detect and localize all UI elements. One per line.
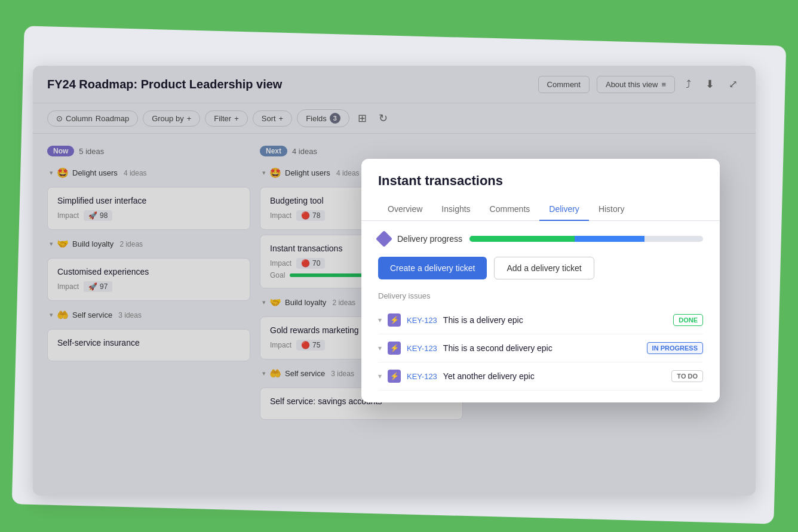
issue-row-2: ▾ ⚡ KEY-123 Yet another delivery epic TO…	[378, 362, 703, 390]
issue-title-1: This is a second delivery epic	[443, 343, 641, 353]
create-delivery-ticket-button[interactable]: Create a delivery ticket	[378, 257, 487, 279]
progress-bar-blue	[575, 236, 644, 242]
tab-insights[interactable]: Insights	[432, 198, 480, 221]
add-delivery-ticket-button[interactable]: Add a delivery ticket	[494, 257, 594, 279]
modal-body: Delivery progress Create a delivery tick…	[361, 221, 720, 402]
delivery-diamond-icon	[376, 230, 392, 247]
chevron-down-icon[interactable]: ▾	[378, 316, 382, 324]
tab-delivery[interactable]: Delivery	[539, 198, 589, 221]
action-buttons: Create a delivery ticket Add a delivery …	[378, 257, 703, 279]
issue-icon-1: ⚡	[388, 342, 401, 355]
issue-key-1[interactable]: KEY-123	[407, 344, 437, 353]
tab-comments[interactable]: Comments	[480, 198, 540, 221]
modal-tabs: Overview Insights Comments Delivery Hist…	[361, 198, 720, 221]
delivery-issues-label: Delivery issues	[378, 291, 703, 300]
issue-key-2[interactable]: KEY-123	[407, 372, 437, 381]
tab-history[interactable]: History	[589, 198, 634, 221]
chevron-down-icon[interactable]: ▾	[378, 344, 382, 352]
modal-overlay: Instant transactions Overview Insights C…	[33, 66, 756, 496]
modal-header: Instant transactions	[361, 159, 720, 198]
delivery-progress-row: Delivery progress	[378, 233, 703, 245]
app-window: FY24 Roadmap: Product Leadership view Co…	[33, 66, 756, 496]
issue-row-1: ▾ ⚡ KEY-123 This is a second delivery ep…	[378, 334, 703, 362]
modal-title: Instant transactions	[378, 173, 703, 189]
issue-title-2: Yet another delivery epic	[443, 371, 666, 381]
issue-title-0: This is a delivery epic	[443, 315, 667, 325]
progress-bar-green	[469, 236, 575, 242]
modal-panel: Instant transactions Overview Insights C…	[361, 159, 720, 402]
issue-key-0[interactable]: KEY-123	[407, 316, 437, 325]
issue-status-2: TO DO	[671, 370, 703, 382]
issue-icon-2: ⚡	[388, 370, 401, 383]
chevron-down-icon[interactable]: ▾	[378, 372, 382, 380]
delivery-progress-label: Delivery progress	[397, 234, 462, 244]
tab-overview[interactable]: Overview	[378, 198, 432, 221]
issue-status-1: IN PROGRESS	[647, 342, 703, 354]
issue-icon-0: ⚡	[388, 313, 401, 327]
delivery-progress-bar	[469, 236, 703, 242]
issue-row-0: ▾ ⚡ KEY-123 This is a delivery epic DONE	[378, 306, 703, 334]
issue-status-0: DONE	[673, 314, 703, 326]
